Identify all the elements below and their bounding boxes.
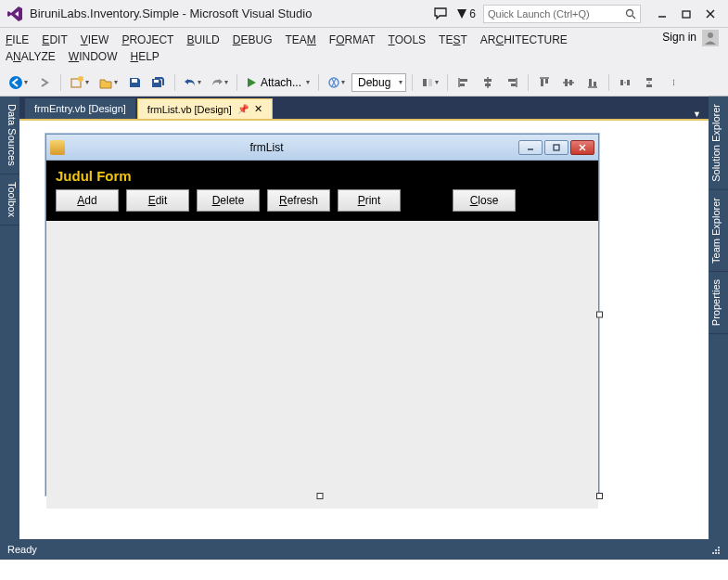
menu-project[interactable]: PROJECT bbox=[121, 33, 173, 46]
align-middle-button[interactable] bbox=[558, 72, 579, 93]
left-side-tabs: Data Sources Toolbox bbox=[0, 97, 19, 539]
save-button[interactable] bbox=[124, 72, 145, 93]
tabstrip-overflow-icon[interactable]: ▼ bbox=[693, 110, 701, 119]
open-file-button[interactable]: ▾ bbox=[96, 72, 121, 93]
save-all-button[interactable] bbox=[148, 72, 169, 93]
menu-view[interactable]: VIEW bbox=[81, 33, 109, 46]
resize-grip-icon[interactable] bbox=[709, 544, 721, 555]
solution-config-dropdown[interactable]: Debug bbox=[351, 73, 406, 92]
close-button[interactable]: Close bbox=[453, 189, 516, 212]
menu-format[interactable]: FORMAT bbox=[329, 33, 376, 46]
form-close-button[interactable] bbox=[570, 140, 594, 155]
winform-titlebar: frmList bbox=[46, 135, 598, 161]
align-bottom-button[interactable] bbox=[582, 72, 603, 93]
window-minimize-button[interactable] bbox=[650, 5, 674, 23]
window-restore-button[interactable] bbox=[674, 5, 698, 23]
align-top-button[interactable] bbox=[534, 72, 555, 93]
tab-properties[interactable]: Properties bbox=[709, 272, 728, 334]
notifications-button[interactable]: 6 bbox=[456, 7, 476, 20]
menu-architecture[interactable]: ARCHITECTURE bbox=[480, 33, 568, 46]
add-button[interactable]: Add bbox=[56, 189, 119, 212]
close-tab-icon[interactable]: ✕ bbox=[254, 103, 262, 115]
svg-rect-3 bbox=[683, 11, 690, 18]
attach-label: Attach... bbox=[261, 76, 301, 89]
layout-btn-1[interactable]: ▾ bbox=[418, 72, 441, 93]
tab-team-explorer[interactable]: Team Explorer bbox=[709, 190, 728, 272]
feedback-icon[interactable] bbox=[434, 7, 449, 20]
new-project-button[interactable]: ▾ bbox=[67, 72, 92, 93]
menu-file[interactable]: FILE bbox=[6, 33, 29, 46]
menu-window[interactable]: WINDOW bbox=[69, 50, 118, 63]
svg-rect-25 bbox=[541, 79, 543, 86]
tab-frm-entry[interactable]: frmEntry.vb [Design] bbox=[25, 98, 135, 119]
tab-frm-list[interactable]: frmList.vb [Design] 📌 ✕ bbox=[137, 98, 273, 119]
signin-link[interactable]: Sign in bbox=[662, 31, 696, 44]
menu-help[interactable]: HELP bbox=[130, 50, 159, 63]
svg-point-9 bbox=[78, 76, 83, 82]
svg-line-1 bbox=[632, 16, 635, 19]
notification-count: 6 bbox=[469, 7, 476, 20]
svg-rect-26 bbox=[545, 79, 548, 84]
menu-analyze[interactable]: ANALYZE bbox=[6, 50, 56, 63]
svg-rect-17 bbox=[460, 84, 465, 86]
menu-build[interactable]: BUILD bbox=[186, 33, 219, 46]
pin-icon[interactable]: 📌 bbox=[237, 104, 249, 114]
toolbar: ▾ ▾ ▾ ▾ ▾ Attach... ▾ ▾ Debug ▾ ⁞ bbox=[0, 69, 728, 97]
form-body-panel[interactable] bbox=[46, 221, 598, 509]
svg-point-44 bbox=[715, 552, 717, 554]
space-horizontal-button[interactable] bbox=[615, 72, 635, 93]
menu-tools[interactable]: TOOLS bbox=[389, 33, 426, 46]
print-button[interactable]: Print bbox=[338, 189, 401, 212]
undo-button[interactable]: ▾ bbox=[181, 72, 204, 93]
svg-rect-19 bbox=[484, 79, 492, 82]
menu-debug[interactable]: DEBUG bbox=[233, 33, 273, 46]
svg-rect-11 bbox=[154, 80, 159, 83]
form-header-panel[interactable]: Judul Form Add Edit Delete Refresh Print… bbox=[46, 161, 598, 221]
nav-back-button[interactable]: ▾ bbox=[6, 72, 31, 93]
form-minimize-button[interactable] bbox=[518, 140, 543, 155]
search-icon bbox=[625, 8, 636, 19]
window-close-button[interactable] bbox=[698, 5, 722, 23]
form-caption: frmList bbox=[70, 141, 518, 154]
space-vertical-button[interactable] bbox=[639, 72, 659, 93]
titlebar: BiruniLabs.Inventory.Simple - Microsoft … bbox=[0, 0, 728, 28]
vs-logo-icon bbox=[6, 5, 24, 23]
editor-tabstrip: frmEntry.vb [Design] frmList.vb [Design]… bbox=[19, 97, 709, 119]
menu-edit[interactable]: EDIT bbox=[42, 33, 67, 46]
delete-button[interactable]: Delete bbox=[197, 189, 260, 212]
statusbar: Ready bbox=[0, 539, 728, 560]
menu-team[interactable]: TEAM bbox=[285, 33, 315, 46]
right-side-tabs: Solution Explorer Team Explorer Properti… bbox=[709, 97, 728, 539]
align-left-button[interactable] bbox=[453, 72, 474, 93]
svg-rect-37 bbox=[646, 84, 652, 87]
refresh-button[interactable]: Refresh bbox=[267, 189, 330, 212]
resize-handle-bottom[interactable] bbox=[317, 493, 324, 499]
svg-rect-31 bbox=[589, 79, 592, 86]
design-surface[interactable]: frmList Judul Form Add Edit Delete bbox=[45, 134, 611, 509]
browser-link-button[interactable]: ▾ bbox=[325, 72, 348, 93]
nav-forward-button[interactable] bbox=[34, 72, 55, 93]
tab-data-sources[interactable]: Data Sources bbox=[0, 97, 19, 174]
toolbar-overflow[interactable]: ⁞ bbox=[663, 72, 683, 93]
redo-button[interactable]: ▾ bbox=[208, 72, 231, 93]
account-avatar-icon[interactable] bbox=[702, 30, 719, 46]
designer-canvas[interactable]: frmList Judul Form Add Edit Delete bbox=[19, 119, 709, 539]
quick-launch-input[interactable]: Quick Launch (Ctrl+Q) bbox=[483, 5, 641, 23]
status-text: Ready bbox=[7, 544, 37, 555]
align-right-button[interactable] bbox=[502, 72, 522, 93]
tab-toolbox[interactable]: Toolbox bbox=[0, 174, 19, 226]
edit-button[interactable]: Edit bbox=[126, 189, 189, 212]
winform-frmlist[interactable]: frmList Judul Form Add Edit Delete bbox=[45, 134, 599, 496]
svg-point-48 bbox=[718, 547, 720, 548]
svg-rect-40 bbox=[554, 145, 559, 150]
app-title: BiruniLabs.Inventory.Simple - Microsoft … bbox=[30, 6, 312, 20]
start-debug-button[interactable]: Attach... ▾ bbox=[243, 72, 313, 93]
editor-area: frmEntry.vb [Design] frmList.vb [Design]… bbox=[19, 97, 709, 539]
align-center-button[interactable] bbox=[478, 72, 498, 93]
resize-handle-corner[interactable] bbox=[596, 493, 603, 499]
menu-test[interactable]: TEST bbox=[439, 33, 467, 46]
svg-rect-20 bbox=[485, 84, 491, 86]
form-maximize-button[interactable] bbox=[544, 140, 568, 155]
resize-handle-right[interactable] bbox=[596, 312, 603, 318]
tab-solution-explorer[interactable]: Solution Explorer bbox=[709, 97, 728, 190]
